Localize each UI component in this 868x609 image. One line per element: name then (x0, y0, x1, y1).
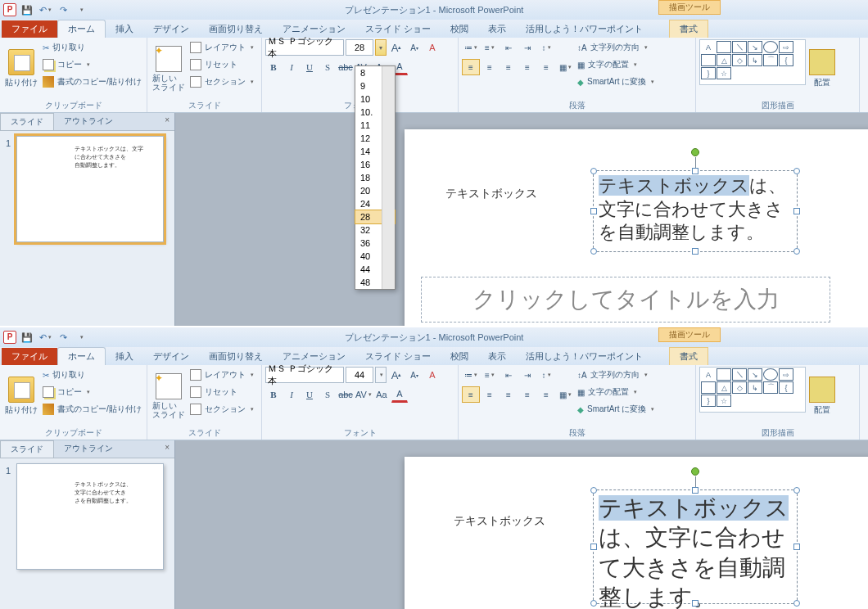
panel-tab-slides-2[interactable]: スライド (0, 440, 54, 458)
textbox-content[interactable]: テキストボックスは、文字に合わせて大きさを自動調整します。 (594, 171, 797, 248)
slide-thumbnail-2[interactable]: 1 テキストボックスは、 文字に合わせて大き さを自動調整します。 (16, 463, 164, 570)
redo-button[interactable]: ↷ (56, 2, 70, 17)
handle-tl[interactable] (590, 168, 597, 174)
align-left-button-2[interactable]: ≡ (462, 386, 480, 403)
line-spacing-button[interactable]: ↕▾ (537, 39, 555, 56)
new-slide-button[interactable]: 新しい スライド (151, 39, 187, 98)
bold-button[interactable]: B (265, 59, 282, 75)
tab-view-2[interactable]: 表示 (478, 348, 516, 365)
textbox-content-2[interactable]: テキストボックスは、文字に合わせて大きさを自動調整します。 (594, 490, 797, 609)
tab-design[interactable]: デザイン (143, 20, 199, 38)
tab-transition[interactable]: 画面切り替え (199, 20, 273, 38)
align-right-button-2[interactable]: ≡ (500, 386, 518, 403)
slide-editor[interactable]: テキストボックス テキストボックスは、文字に合わせて大きさを自動調整します。 ク… (175, 113, 868, 326)
font-size-combo[interactable]: 28 (346, 39, 373, 56)
dropdown-scrollbar[interactable] (382, 66, 395, 289)
underline-button-2[interactable]: U (301, 386, 318, 403)
handle-r[interactable] (793, 208, 800, 214)
tab-insert-2[interactable]: 挿入 (106, 348, 143, 365)
tab-slideshow-2[interactable]: スライド ショー (355, 348, 441, 365)
shapes-gallery-2[interactable]: A ＼ ↘ ⇨ △ ◇ ↳ ⌒ { } ☆ (699, 367, 806, 413)
tab-slideshow[interactable]: スライド ショー (355, 20, 441, 38)
redo-button-2[interactable]: ↷ (56, 330, 70, 345)
decrease-indent-button[interactable]: ⇤ (500, 39, 518, 56)
tab-addins[interactable]: 活用しよう！パワーポイント (516, 20, 653, 38)
app-icon-2[interactable]: P (3, 331, 16, 344)
handle-br[interactable] (793, 248, 800, 255)
panel-tab-slides[interactable]: スライド (0, 113, 54, 130)
underline-button[interactable]: U (301, 59, 318, 75)
shape-textbox[interactable]: A (701, 41, 716, 53)
grow-font-button[interactable]: A▴ (388, 39, 405, 56)
tab-format-2[interactable]: 書式 (669, 347, 708, 365)
increase-indent-button[interactable]: ⇥ (518, 39, 536, 56)
increase-indent-button-2[interactable]: ⇥ (518, 367, 536, 383)
shape-tri[interactable]: △ (717, 54, 731, 66)
font-name-combo-2[interactable]: ＭＳ Ｐゴシック本 (265, 367, 344, 383)
slide-thumbnail[interactable]: 1 テキストボックスは、文字 に合わせて大きさを 自動調整します。 (16, 136, 164, 242)
font-size-combo-2[interactable]: 44 (346, 367, 373, 383)
handle-t[interactable] (692, 168, 698, 174)
reset-button[interactable]: リセット (188, 56, 255, 73)
bullets-button[interactable]: ≔▾ (462, 39, 480, 56)
panel-close-2[interactable]: × (160, 440, 174, 458)
shape-conn[interactable]: ↳ (748, 54, 762, 66)
shape-rect2[interactable] (701, 54, 716, 66)
decrease-indent-button-2[interactable]: ⇤ (500, 367, 518, 383)
tab-format[interactable]: 書式 (669, 20, 708, 38)
italic-button[interactable]: I (283, 59, 300, 75)
clear-format-button-2[interactable]: A (424, 367, 441, 383)
copy-button[interactable]: コピー▾ (41, 56, 143, 73)
font-color-button-2[interactable]: A (391, 386, 408, 403)
qat-more[interactable]: ▾ (74, 2, 88, 17)
rotation-handle[interactable] (691, 148, 699, 156)
clear-format-button[interactable]: A (424, 39, 441, 56)
tab-view[interactable]: 表示 (478, 20, 516, 38)
line-spacing-button-2[interactable]: ↕▾ (537, 367, 555, 383)
justify-button-2[interactable]: ≡ (518, 386, 536, 403)
tab-file[interactable]: ファイル (2, 20, 57, 38)
save-button-2[interactable]: 💾 (20, 330, 34, 345)
handle-b[interactable] (692, 248, 698, 255)
reset-button-2[interactable]: リセット (188, 384, 255, 400)
shape-brace[interactable]: { (779, 54, 793, 66)
shape-arrow2[interactable]: ⇨ (779, 41, 793, 53)
shadow-button-2[interactable]: S (319, 386, 336, 403)
align-left-button[interactable]: ≡ (462, 59, 480, 75)
shape-rect[interactable] (717, 41, 731, 53)
strike-button[interactable]: abc (337, 59, 354, 75)
rotation-handle-2[interactable] (691, 467, 699, 476)
undo-button-2[interactable]: ↶▾ (38, 330, 52, 345)
grow-font-button-2[interactable]: A▴ (388, 367, 405, 383)
selected-textbox-2[interactable]: テキストボックスは、文字に合わせて大きさを自動調整します。 (593, 489, 798, 604)
format-painter-button[interactable]: 書式のコピー/貼り付け (41, 74, 143, 90)
selected-textbox[interactable]: テキストボックスは、文字に合わせて大きさを自動調整します。 (593, 170, 798, 252)
arrange-button[interactable]: 配置 (807, 39, 837, 98)
italic-button-2[interactable]: I (283, 386, 300, 403)
shadow-button[interactable]: S (319, 59, 336, 75)
undo-button[interactable]: ↶▾ (38, 2, 52, 17)
handle-l[interactable] (590, 208, 597, 214)
shape-diamond[interactable]: ◇ (732, 54, 747, 66)
layout-button-2[interactable]: レイアウト▾ (188, 367, 255, 383)
tab-review-2[interactable]: 校閲 (441, 348, 478, 365)
tab-insert[interactable]: 挿入 (106, 20, 143, 38)
columns-button-2[interactable]: ▦▾ (556, 386, 574, 403)
text-direction-button[interactable]: ↕A文字列の方向▾ (576, 39, 656, 56)
new-slide-button-2[interactable]: 新しい スライド (151, 367, 187, 426)
tab-home-2[interactable]: ホーム (57, 347, 106, 365)
distribute-button[interactable]: ≡ (537, 59, 555, 75)
copy-button-2[interactable]: コピー▾ (41, 384, 143, 400)
panel-close[interactable]: × (160, 113, 174, 130)
numbering-button-2[interactable]: ≡▾ (481, 367, 499, 383)
tab-review[interactable]: 校閲 (441, 20, 478, 38)
font-size-dropdown-button[interactable]: ▾ (375, 39, 387, 56)
save-button[interactable]: 💾 (20, 2, 34, 17)
font-size-dropdown[interactable]: 891010.11121416182024283236404448 (355, 65, 396, 290)
panel-tab-outline[interactable]: アウトライン (54, 113, 123, 130)
strike-button-2[interactable]: abc (337, 386, 354, 403)
shape-brace2[interactable]: } (701, 67, 716, 79)
app-icon[interactable]: P (3, 3, 16, 16)
paste-button[interactable]: 貼り付け (3, 39, 39, 98)
numbering-button[interactable]: ≡▾ (481, 39, 499, 56)
